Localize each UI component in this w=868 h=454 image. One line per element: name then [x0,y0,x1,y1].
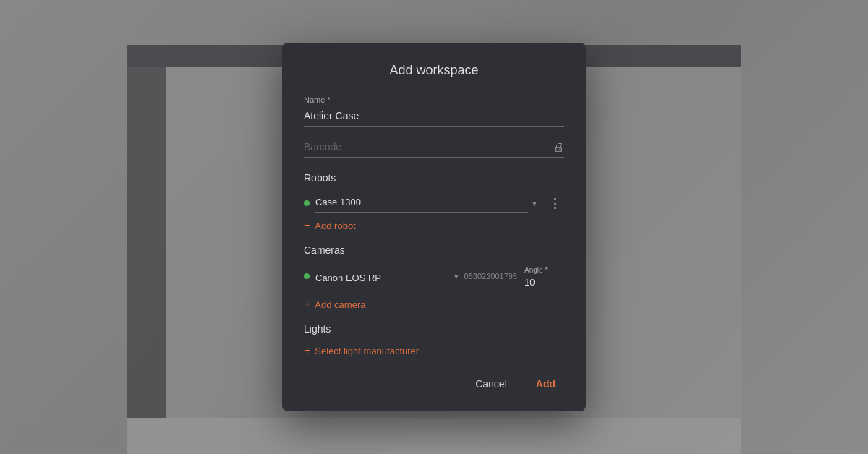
cameras-section-title: Cameras [304,244,564,256]
select-light-label: Select light manufacturer [315,346,419,356]
select-light-manufacturer-button[interactable]: + Select light manufacturer [304,345,564,356]
angle-input[interactable] [524,275,564,291]
add-robot-label: Add robot [315,220,355,231]
add-light-icon: + [304,345,310,356]
camera-select[interactable]: Canon EOS RP [315,270,450,283]
barcode-print-icon[interactable]: 🖨 [553,141,564,154]
angle-label: Angle * [524,266,564,274]
add-robot-button[interactable]: + Add robot [304,220,564,231]
lights-section: Lights + Select light manufacturer [304,323,564,356]
robot-dropdown-arrow: ▼ [531,200,538,207]
barcode-input[interactable] [304,138,553,157]
modal-overlay: Add workspace Name * 🖨 Robots Case 1300 … [0,0,868,454]
camera-serial: 053022001795 [464,272,517,280]
camera-select-wrapper: Canon EOS RP ▼ 053022001795 [304,270,517,288]
robot-row: Case 1300 ▼ ⋮ [304,194,564,213]
cameras-section: Cameras Canon EOS RP ▼ 053022001795 Angl… [304,244,564,310]
modal-title: Add workspace [304,63,564,78]
add-camera-label: Add camera [315,299,365,310]
camera-row: Canon EOS RP ▼ 053022001795 Angle * [304,266,564,291]
add-workspace-modal: Add workspace Name * 🖨 Robots Case 1300 … [282,43,586,411]
name-label: Name * [304,95,564,104]
modal-footer: Cancel Add [304,374,564,394]
robots-section-title: Robots [304,172,564,184]
camera-dropdown-arrow: ▼ [453,273,460,280]
add-camera-icon: + [304,299,310,310]
robot-select[interactable]: Case 1300 [315,194,528,213]
robots-section: Robots Case 1300 ▼ ⋮ + Add robot [304,172,564,231]
camera-status-dot [304,273,310,279]
robot-status-dot [304,200,310,206]
add-robot-icon: + [304,220,310,231]
cancel-button[interactable]: Cancel [467,374,516,394]
lights-section-title: Lights [304,323,564,335]
name-field-group: Name * [304,95,564,127]
add-button[interactable]: Add [527,374,564,394]
barcode-field-group: 🖨 [304,138,564,158]
name-input[interactable] [304,107,564,127]
robot-more-button[interactable]: ⋮ [545,195,564,211]
add-camera-button[interactable]: + Add camera [304,299,564,310]
angle-group: Angle * [524,266,564,291]
